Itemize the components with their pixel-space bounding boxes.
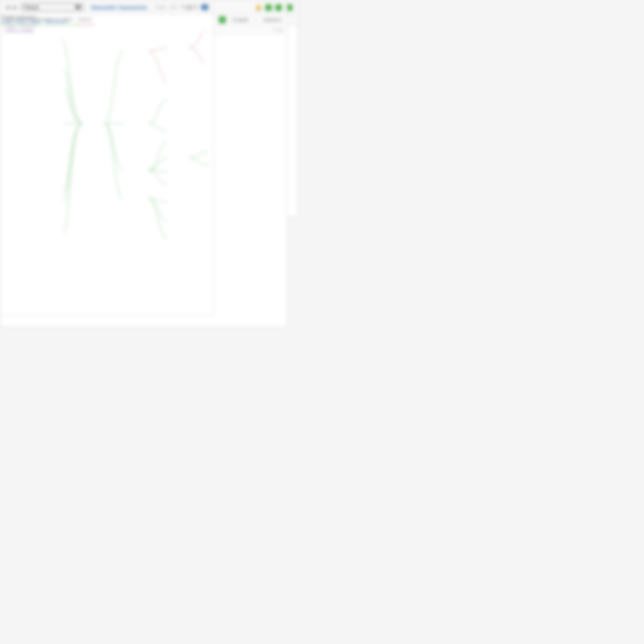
page-title: Rasusels Yeanuvens	[91, 4, 147, 11]
foot-link[interactable]: Voter Overs Tearh : IMCIRVM	[1, 19, 67, 25]
bell-icon[interactable]: 🔔	[255, 4, 262, 10]
m[interactable]: Utolrenc	[263, 17, 282, 23]
titlebar: ◀▶ Peeoce Rasusels Yeanuvens SosreAoll ⊟…	[1, 1, 213, 14]
pane-5: ◀▶ Peeoce Rasusels Yeanuvens SosreAoll ⊟…	[0, 0, 214, 316]
sel[interactable]: Peeoce	[21, 4, 84, 11]
m[interactable]: Euspile	[232, 17, 248, 23]
